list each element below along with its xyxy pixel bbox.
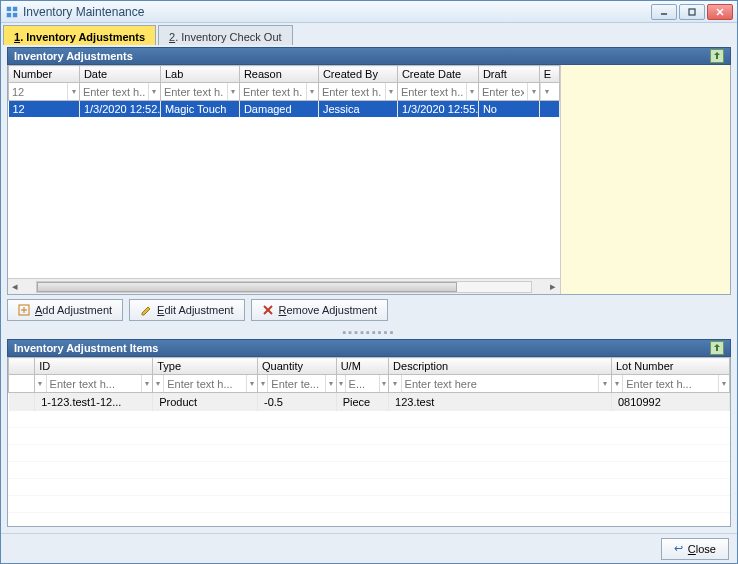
filter-icon[interactable] (67, 83, 79, 100)
tab-inventory-adjustments[interactable]: 1. Inventory Adjustments (3, 25, 156, 45)
adjustments-grid[interactable]: Number Date Lab Reason Created By Create… (8, 65, 560, 117)
scroll-left-arrow[interactable]: ◂ (8, 280, 22, 294)
filter-icon[interactable] (598, 375, 611, 392)
svg-rect-0 (7, 6, 11, 10)
filter-um[interactable] (346, 377, 380, 391)
filter-icon[interactable] (258, 375, 268, 392)
col-lot[interactable]: Lot Number (611, 358, 729, 375)
export-icon[interactable] (710, 341, 724, 355)
maximize-button[interactable] (679, 4, 705, 20)
splitter[interactable]: ▪▪▪▪▪▪▪▪▪ (7, 329, 731, 335)
cell-lot: 0810992 (611, 393, 729, 411)
col-um[interactable]: U/M (336, 358, 388, 375)
filter-icon[interactable] (466, 83, 478, 100)
cell-created-by: Jessica (318, 101, 397, 118)
filter-icon[interactable] (527, 83, 538, 100)
filter-icon[interactable] (385, 83, 397, 100)
adjustment-row[interactable]: 12 1/3/2020 12:52... Magic Touch Damaged… (9, 101, 560, 118)
cell-number: 12 (9, 101, 80, 118)
filter-draft[interactable] (479, 85, 527, 99)
col-lab[interactable]: Lab (160, 66, 239, 83)
app-icon (5, 5, 19, 19)
filter-icon[interactable] (141, 375, 152, 392)
cell-lab: Magic Touch (160, 101, 239, 118)
adjustments-panel-header: Inventory Adjustments (7, 47, 731, 65)
cell-description: 123.test (389, 393, 612, 411)
filter-description[interactable] (402, 377, 599, 391)
footer: ↩ Close (1, 533, 737, 563)
filter-icon[interactable] (35, 375, 46, 392)
btn-label: dit Adjustment (164, 304, 233, 316)
svg-rect-3 (13, 12, 17, 16)
cell-date: 1/3/2020 12:52... (79, 101, 160, 118)
cell-reason: Damaged (239, 101, 318, 118)
filter-icon[interactable] (389, 375, 402, 392)
filter-lab[interactable] (161, 85, 227, 99)
col-number[interactable]: Number (9, 66, 80, 83)
close-button[interactable]: ↩ Close (661, 538, 729, 560)
filter-id[interactable] (47, 377, 141, 391)
filter-icon[interactable] (325, 375, 335, 392)
grid-header-row: Number Date Lab Reason Created By Create… (9, 66, 560, 83)
filter-icon[interactable] (612, 375, 623, 392)
tab-hotkey: 2 (169, 31, 175, 43)
remove-adjustment-button[interactable]: Remove Adjustment (251, 299, 388, 321)
filter-reason[interactable] (240, 85, 306, 99)
col-extra[interactable]: E (539, 66, 559, 83)
export-icon[interactable] (710, 49, 724, 63)
filter-icon[interactable] (148, 83, 160, 100)
col-reason[interactable]: Reason (239, 66, 318, 83)
tab-inventory-check-out[interactable]: 2. Inventory Check Out (158, 25, 293, 45)
main-tabs: 1. Inventory Adjustments 2. Inventory Ch… (1, 23, 737, 45)
filter-type[interactable] (164, 377, 246, 391)
filter-icon[interactable] (718, 375, 729, 392)
close-window-button[interactable] (707, 4, 733, 20)
cell-create-date: 1/3/2020 12:55... (397, 101, 478, 118)
filter-icon[interactable] (337, 375, 346, 392)
col-blank (9, 358, 35, 375)
panel-title: Inventory Adjustment Items (14, 342, 158, 354)
col-created-by[interactable]: Created By (318, 66, 397, 83)
items-grid[interactable]: ID Type Quantity U/M Description Lot Num… (8, 357, 730, 411)
filter-icon[interactable] (153, 375, 164, 392)
filter-date[interactable] (80, 85, 148, 99)
edit-adjustment-button[interactable]: Edit Adjustment (129, 299, 244, 321)
filter-create-date[interactable] (398, 85, 466, 99)
col-id[interactable]: ID (35, 358, 153, 375)
cell-type: Product (153, 393, 258, 411)
grid-header-row: ID Type Quantity U/M Description Lot Num… (9, 358, 730, 375)
back-arrow-icon: ↩ (674, 542, 683, 555)
filter-icon[interactable] (540, 83, 554, 100)
scroll-right-arrow[interactable]: ▸ (546, 280, 560, 294)
cell-extra (539, 101, 559, 118)
minimize-button[interactable] (651, 4, 677, 20)
filter-icon[interactable] (306, 83, 318, 100)
horizontal-scrollbar[interactable]: ◂ ▸ (8, 278, 560, 294)
col-create-date[interactable]: Create Date (397, 66, 478, 83)
filter-lot[interactable] (623, 377, 717, 391)
col-draft[interactable]: Draft (478, 66, 539, 83)
filter-row (9, 83, 560, 101)
app-window: Inventory Maintenance 1. Inventory Adjus… (0, 0, 738, 564)
panel-title: Inventory Adjustments (14, 50, 133, 62)
col-quantity[interactable]: Quantity (258, 358, 337, 375)
tab-label: Inventory Adjustments (26, 31, 145, 43)
col-type[interactable]: Type (153, 358, 258, 375)
col-date[interactable]: Date (79, 66, 160, 83)
add-icon (18, 304, 30, 316)
tab-hotkey: 1 (14, 31, 20, 43)
cell-id: 1-123.test1-12... (35, 393, 153, 411)
item-row[interactable]: 1-123.test1-12... Product -0.5 Piece 123… (9, 393, 730, 411)
filter-number[interactable] (9, 85, 67, 99)
filter-row (9, 375, 730, 393)
filter-created-by[interactable] (319, 85, 385, 99)
filter-icon[interactable] (379, 375, 388, 392)
btn-label: emove Adjustment (286, 304, 377, 316)
filter-icon[interactable] (246, 375, 257, 392)
col-description[interactable]: Description (389, 358, 612, 375)
filter-icon[interactable] (227, 83, 239, 100)
notes-pane (560, 65, 730, 294)
add-adjustment-button[interactable]: Add Adjustment (7, 299, 123, 321)
scroll-thumb[interactable] (37, 282, 457, 292)
filter-quantity[interactable] (268, 377, 325, 391)
